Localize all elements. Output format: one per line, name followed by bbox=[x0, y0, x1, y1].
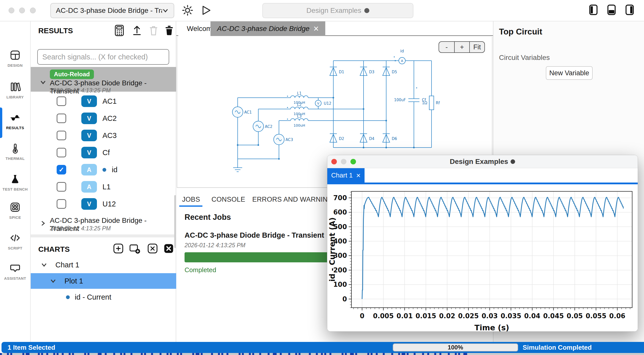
sidebar-item-results[interactable]: RESULTS bbox=[0, 112, 30, 130]
section-divider bbox=[31, 234, 176, 237]
sidebar-item-design[interactable]: DESIGN bbox=[0, 50, 30, 67]
status-bar: 1 Item Selected 100% Simulation Complete… bbox=[2, 342, 644, 353]
tab-errors-warnings[interactable]: ERRORS AND WARNING bbox=[252, 196, 333, 203]
x-tick-label: 0.025 bbox=[458, 312, 479, 320]
signal-row[interactable]: VCf bbox=[31, 144, 176, 161]
recent-jobs-heading: Recent Jobs bbox=[185, 213, 231, 222]
tab-schematic-active[interactable]: AC-DC 3-phase Diode Bridge × bbox=[210, 21, 325, 36]
close-tab-icon[interactable]: × bbox=[356, 172, 361, 179]
x-tick-label: 0.06 bbox=[609, 312, 625, 320]
results-icon bbox=[10, 112, 21, 123]
waveform-plot[interactable]: 00.0050.010.0150.020.0250.030.0350.040.0… bbox=[327, 184, 638, 332]
sidebar-item-library[interactable]: LIBRARY bbox=[0, 81, 30, 99]
schematic-label: 100uF bbox=[394, 98, 406, 102]
sidebar-item-thermal[interactable]: THERMAL bbox=[0, 143, 30, 161]
trash-icon bbox=[148, 24, 159, 37]
result-run-row[interactable]: AC-DC 3-phase Diode Bridge - Transient 2… bbox=[31, 214, 176, 234]
tab-jobs[interactable]: JOBS bbox=[182, 196, 200, 203]
signal-checkbox[interactable] bbox=[57, 96, 66, 106]
signal-checkbox[interactable] bbox=[57, 182, 66, 192]
flask-icon bbox=[10, 173, 21, 185]
chart-window-titlebar[interactable]: Design Examples bbox=[327, 155, 638, 168]
chat-icon bbox=[10, 263, 21, 274]
signal-row[interactable]: VAC1 bbox=[31, 93, 176, 110]
minimize-window-icon[interactable] bbox=[19, 8, 25, 13]
close-window-icon[interactable] bbox=[9, 8, 14, 13]
sidebar-label: LIBRARY bbox=[0, 95, 30, 99]
search-signals-input[interactable] bbox=[37, 49, 169, 65]
chevron-down-icon[interactable] bbox=[41, 262, 47, 268]
tab-console[interactable]: CONSOLE bbox=[211, 196, 245, 203]
series-tree-item[interactable]: id - Current bbox=[31, 290, 176, 304]
sidebar-label: SCRIPT bbox=[0, 246, 30, 250]
signal-checkbox[interactable] bbox=[57, 131, 66, 140]
export-results-button[interactable] bbox=[131, 24, 142, 38]
new-variable-button[interactable]: New Variable bbox=[546, 66, 593, 80]
run-simulation-button[interactable] bbox=[200, 5, 212, 17]
tab-chart-1-active[interactable]: Chart 1 × bbox=[327, 168, 365, 183]
signal-type-badge: A bbox=[81, 164, 97, 175]
sidebar-item-test-bench[interactable]: TEST BENCH bbox=[0, 173, 30, 191]
maximize-window-icon[interactable] bbox=[30, 8, 36, 13]
toggle-bottom-panel-icon[interactable] bbox=[607, 5, 616, 15]
delete-signal-button-disabled[interactable] bbox=[148, 24, 159, 38]
active-tab-underline bbox=[179, 205, 202, 207]
zoom-fit-button[interactable]: Fit bbox=[469, 42, 484, 52]
chevron-down-icon[interactable] bbox=[50, 278, 56, 284]
sidebar-item-assistant[interactable]: ASSISTANT bbox=[0, 263, 30, 280]
schematic-label: D5 bbox=[392, 70, 397, 74]
close-chart-button[interactable] bbox=[147, 243, 158, 255]
auto-reload-badge: Auto-Reload bbox=[50, 69, 94, 79]
signal-row[interactable]: VU12 bbox=[31, 195, 176, 212]
toggle-left-panel-icon[interactable] bbox=[589, 5, 598, 15]
series-color-dot bbox=[102, 168, 106, 172]
signal-checkbox[interactable] bbox=[57, 148, 66, 157]
signal-row[interactable]: VAC3 bbox=[31, 127, 176, 144]
delete-results-button[interactable] bbox=[164, 24, 175, 38]
job-timestamp: 2026-01-12 4:13:25 PM bbox=[185, 242, 245, 249]
chevron-down-icon[interactable] bbox=[40, 79, 46, 86]
x-tick-label: 0.005 bbox=[373, 312, 394, 320]
signal-type-badge: V bbox=[81, 198, 97, 210]
close-tab-icon[interactable]: × bbox=[313, 24, 319, 33]
signal-calculator-button[interactable] bbox=[114, 24, 125, 38]
chart-window[interactable]: Design Examples Chart 1 × 00.0050.010.01… bbox=[327, 155, 638, 332]
sidebar-item-spice[interactable]: SPICE bbox=[0, 202, 30, 220]
close-all-charts-button[interactable] bbox=[163, 243, 174, 255]
signal-row[interactable]: ✓Aid bbox=[31, 161, 176, 178]
project-selector-dropdown[interactable]: AC-DC 3-phase Diode Bridge - Transient bbox=[50, 3, 174, 18]
y-tick-label: 600 bbox=[333, 208, 347, 216]
chart-tree-item[interactable]: Chart 1 bbox=[31, 258, 176, 272]
scrollbar-thumb[interactable] bbox=[174, 195, 176, 248]
schematic-label: 100uH bbox=[294, 123, 305, 127]
signal-checkbox[interactable] bbox=[57, 199, 66, 209]
code-icon bbox=[10, 232, 21, 243]
signal-type-badge: V bbox=[81, 130, 97, 141]
add-chart-button[interactable] bbox=[113, 243, 124, 255]
signal-checkbox[interactable]: ✓ bbox=[57, 165, 66, 174]
panel-toggles bbox=[589, 5, 634, 15]
signal-row[interactable]: AL1 bbox=[31, 178, 176, 195]
settings-button[interactable] bbox=[182, 5, 193, 17]
properties-panel-title: Top Circuit bbox=[499, 27, 542, 37]
zoom-out-button[interactable]: - bbox=[439, 42, 454, 52]
signal-checkbox[interactable] bbox=[57, 114, 66, 123]
x-tick-label: 0.055 bbox=[586, 312, 606, 320]
sidebar-item-script[interactable]: SCRIPT bbox=[0, 232, 30, 250]
schematic-label: D4 bbox=[369, 136, 374, 141]
y-axis-label: id - Current (A) bbox=[328, 217, 337, 281]
document-title: Design Examples bbox=[306, 7, 361, 15]
plot-tree-item-selected[interactable]: Plot 1 bbox=[31, 273, 176, 289]
result-run-row[interactable]: Auto-Reload AC-DC 3-phase Diode Bridge -… bbox=[31, 67, 176, 92]
zoom-in-button[interactable]: + bbox=[454, 42, 469, 52]
chevron-right-icon[interactable] bbox=[40, 220, 46, 227]
add-window-icon bbox=[129, 243, 140, 254]
signal-name: AC2 bbox=[102, 114, 117, 123]
toggle-right-panel-icon[interactable] bbox=[625, 5, 634, 15]
window-controls[interactable] bbox=[9, 8, 36, 14]
sidebar-label: DESIGN bbox=[0, 63, 30, 67]
signal-row[interactable]: VAC2 bbox=[31, 110, 176, 127]
add-chart-window-button[interactable] bbox=[129, 243, 140, 255]
y-tick-label: 700 bbox=[333, 194, 347, 202]
signal-name: AC3 bbox=[102, 131, 117, 140]
